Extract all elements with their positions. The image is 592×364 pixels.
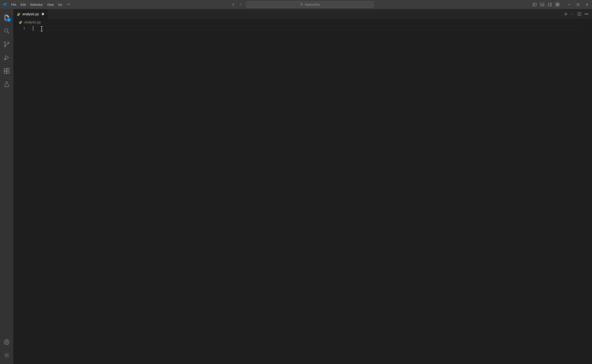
title-bar: File Edit Selection View Go PythonPlot (0, 0, 592, 9)
svg-rect-4 (533, 3, 536, 6)
svg-point-16 (5, 29, 8, 32)
toggle-panel-icon[interactable] (540, 2, 544, 7)
svg-rect-15 (577, 4, 579, 6)
svg-rect-8 (548, 3, 552, 6)
svg-rect-10 (556, 3, 557, 4)
svg-rect-12 (556, 5, 557, 6)
nav-forward-icon[interactable] (238, 2, 243, 7)
menu-overflow[interactable] (64, 1, 72, 8)
window-minimize-icon[interactable] (567, 2, 571, 7)
menu-edit[interactable]: Edit (18, 2, 28, 7)
svg-point-3 (300, 3, 302, 5)
svg-rect-21 (4, 69, 7, 71)
python-file-icon (17, 12, 20, 16)
activity-source-control[interactable] (0, 38, 13, 51)
tab-analysis-py[interactable]: analysis.py (13, 9, 48, 19)
explorer-badge: 1 (7, 18, 11, 22)
svg-rect-11 (558, 3, 559, 4)
activity-settings[interactable] (0, 349, 13, 362)
svg-rect-24 (7, 68, 9, 70)
mouse-text-cursor-icon (41, 27, 42, 31)
svg-point-18 (4, 46, 6, 47)
editor-tabs: analysis.py (13, 9, 592, 19)
split-editor-button[interactable] (577, 12, 581, 16)
svg-point-31 (586, 14, 587, 14)
tab-dirty-indicator-icon (42, 13, 44, 15)
customize-layout-icon[interactable] (555, 2, 559, 7)
tab-label: analysis.py (22, 12, 39, 16)
debug-icon (3, 54, 10, 61)
svg-rect-23 (7, 71, 9, 73)
toggle-primary-sidebar-icon[interactable] (533, 2, 537, 7)
activity-testing[interactable] (0, 78, 13, 91)
command-center[interactable]: PythonPlot (246, 1, 374, 8)
svg-rect-13 (558, 5, 559, 6)
menu-selection[interactable]: Selection (28, 2, 45, 7)
run-dropdown[interactable] (570, 12, 574, 16)
search-icon (300, 3, 303, 6)
svg-rect-6 (540, 3, 544, 6)
activity-search[interactable] (0, 24, 13, 38)
menu-view[interactable]: View (45, 2, 56, 7)
text-caret (33, 26, 33, 31)
current-line-highlight (33, 26, 582, 31)
ellipsis-icon (584, 12, 589, 16)
svg-point-30 (585, 14, 585, 14)
beaker-icon (3, 81, 10, 88)
breadcrumb[interactable]: analysis.py (13, 19, 592, 25)
activity-extensions[interactable] (0, 64, 13, 78)
menu-file[interactable]: File (9, 2, 18, 7)
account-icon (3, 339, 10, 345)
svg-point-32 (587, 14, 588, 14)
svg-point-27 (6, 354, 7, 356)
activity-bar: 1 (0, 9, 13, 364)
branch-icon (3, 41, 10, 48)
scrollbar[interactable] (589, 25, 592, 364)
window-maximize-icon[interactable] (576, 2, 580, 7)
breadcrumb-file: analysis.py (24, 20, 41, 24)
svg-point-0 (67, 4, 68, 5)
svg-point-19 (8, 42, 9, 43)
split-icon (577, 12, 581, 16)
svg-point-20 (4, 58, 6, 60)
gear-icon (3, 352, 10, 359)
toggle-secondary-sidebar-icon[interactable] (548, 2, 552, 7)
vscode-logo-icon (2, 2, 8, 7)
window-close-icon[interactable] (585, 2, 589, 7)
editor-group: analysis.py (13, 9, 592, 364)
svg-point-2 (69, 4, 70, 5)
menu-go[interactable]: Go (56, 2, 64, 7)
svg-point-1 (68, 4, 69, 5)
minimap[interactable] (585, 25, 589, 364)
extensions-icon (3, 68, 10, 74)
editor-area: 1 (13, 25, 592, 364)
svg-point-17 (4, 42, 6, 43)
nav-back-icon[interactable] (231, 2, 235, 7)
activity-accounts[interactable] (0, 335, 13, 349)
activity-run-debug[interactable] (0, 51, 13, 64)
line-number-gutter: 1 (13, 25, 33, 364)
code-editor[interactable] (33, 25, 585, 364)
command-center-text: PythonPlot (305, 3, 320, 6)
python-file-icon (19, 20, 22, 24)
svg-rect-22 (4, 71, 7, 73)
editor-more-actions[interactable] (584, 12, 589, 16)
line-number: 1 (13, 26, 25, 30)
search-icon (3, 28, 10, 34)
run-button[interactable] (564, 12, 568, 16)
chevron-down-icon (571, 13, 574, 15)
activity-explorer[interactable]: 1 (0, 11, 13, 24)
svg-point-26 (6, 341, 8, 342)
play-icon (564, 12, 568, 16)
menubar: File Edit Selection View Go (9, 1, 72, 8)
